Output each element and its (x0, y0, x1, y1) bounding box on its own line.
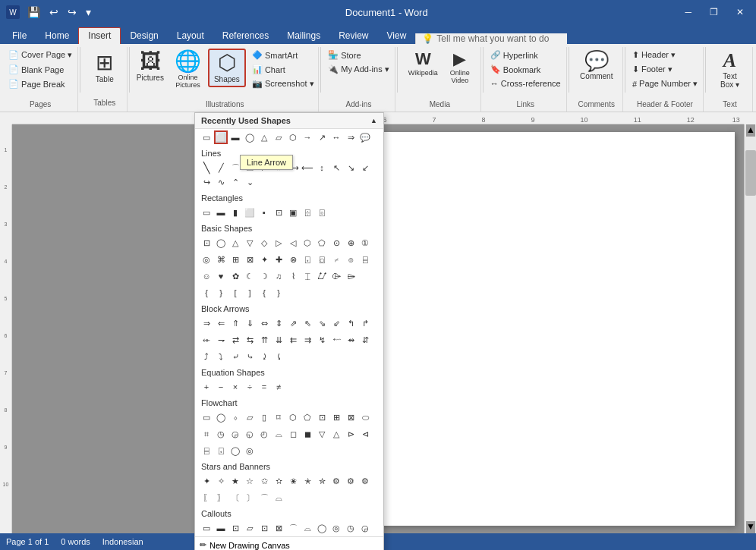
bs6[interactable]: ▷ (272, 236, 285, 250)
st15[interactable]: 〔 (228, 491, 242, 504)
rect3[interactable]: ▮ (228, 206, 242, 219)
comment-button[interactable]: 💬 Comment (576, 49, 616, 83)
ba22[interactable]: ⬳ (329, 333, 343, 347)
customize-quick-access[interactable]: ▾ (83, 5, 94, 20)
pictures-button[interactable]: 🖼 Pictures (133, 49, 168, 84)
tab-review[interactable]: Review (329, 28, 377, 44)
vertical-scrollbar[interactable]: ▲ ▼ (744, 124, 756, 533)
bs34[interactable]: ⌱ (329, 269, 343, 283)
fc27[interactable]: ◯ (228, 444, 242, 457)
fc3[interactable]: ⬨ (228, 410, 242, 424)
scroll-thumb[interactable] (745, 150, 756, 196)
bs33[interactable]: ⌰ (315, 269, 329, 283)
ba23[interactable]: ⇴ (344, 333, 358, 347)
bs31[interactable]: ⌇ (286, 269, 300, 283)
line14[interactable]: ∿ (214, 175, 228, 189)
bs4[interactable]: ▽ (243, 236, 257, 250)
bs8[interactable]: ⬡ (301, 236, 314, 250)
rect7[interactable]: ▣ (286, 206, 300, 219)
fc21[interactable]: ▽ (315, 427, 329, 441)
rect8[interactable]: ⌹ (301, 206, 314, 219)
co10[interactable]: ◎ (329, 521, 343, 535)
ba26[interactable]: ⤵ (214, 350, 228, 363)
ba2[interactable]: ⇐ (214, 316, 228, 330)
bs38[interactable]: [ (228, 286, 242, 300)
shape-tri[interactable]: △ (257, 130, 271, 144)
close-button[interactable]: ✕ (730, 5, 750, 19)
smartart-button[interactable]: 🔷 SmartArt (249, 49, 317, 61)
minimize-button[interactable]: ─ (679, 5, 698, 19)
ba24[interactable]: ⇵ (358, 333, 372, 347)
rect4[interactable]: ⬜ (243, 206, 257, 219)
eq1[interactable]: + (200, 380, 213, 394)
bs5[interactable]: ◇ (257, 236, 271, 250)
st7[interactable]: ✬ (286, 474, 300, 488)
st1[interactable]: ✦ (200, 474, 213, 488)
st5[interactable]: ✩ (257, 474, 271, 488)
shape-hex[interactable]: ⬡ (286, 130, 300, 144)
ba29[interactable]: ⤸ (257, 350, 271, 363)
shape-rect[interactable]: ▭ (200, 130, 213, 144)
footer-button[interactable]: ⬇ Footer ▾ (629, 63, 701, 76)
cross-reference-button[interactable]: ↔ Cross-reference (487, 77, 564, 90)
co3[interactable]: ⊡ (228, 521, 242, 535)
fc5[interactable]: ▯ (257, 410, 271, 424)
bs15[interactable]: ⊞ (228, 253, 242, 266)
shape-round-rect[interactable]: ▬ (228, 130, 242, 144)
tab-layout[interactable]: Layout (168, 28, 213, 44)
fc4[interactable]: ▱ (243, 410, 257, 424)
ba1[interactable]: ⇒ (200, 316, 213, 330)
co2[interactable]: ▬ (214, 521, 228, 535)
shape-callout[interactable]: 💬 (358, 130, 372, 144)
line12[interactable]: ↙ (358, 161, 372, 174)
save-button[interactable]: 💾 (24, 5, 43, 20)
co1[interactable]: ▭ (200, 521, 213, 535)
chart-button[interactable]: 📊 Chart (249, 63, 317, 76)
bs2[interactable]: ◯ (214, 236, 228, 250)
fc23[interactable]: ⊳ (344, 427, 358, 441)
text-box-button[interactable]: A Text Box ▾ (715, 49, 745, 91)
scroll-up-arrow[interactable]: ▲ (746, 124, 755, 137)
scroll-down-arrow[interactable]: ▼ (746, 521, 755, 533)
ba5[interactable]: ⇔ (257, 316, 271, 330)
shape-arrow-selected[interactable]: ⬜ (214, 130, 228, 144)
eq6[interactable]: ≠ (272, 380, 285, 394)
ba3[interactable]: ⇑ (228, 316, 242, 330)
table-button[interactable]: ⊞ Table (90, 50, 120, 86)
co12[interactable]: ◶ (358, 521, 372, 535)
scroll-up-shapes[interactable]: ▲ (370, 117, 377, 124)
ba7[interactable]: ⇗ (286, 316, 300, 330)
shape-block-arr[interactable]: ⇒ (344, 130, 358, 144)
st11[interactable]: ⚙ (344, 474, 358, 488)
rect6[interactable]: ⊡ (272, 206, 285, 219)
tab-references[interactable]: References (213, 28, 278, 44)
fc24[interactable]: ⊲ (358, 427, 372, 441)
fc6[interactable]: ⌑ (272, 410, 285, 424)
ba16[interactable]: ⇆ (243, 333, 257, 347)
fc17[interactable]: ◴ (257, 427, 271, 441)
restore-button[interactable]: ❐ (704, 5, 724, 19)
undo-button[interactable]: ↩ (46, 5, 61, 20)
bs18[interactable]: ✚ (272, 253, 285, 266)
eq4[interactable]: ÷ (243, 380, 257, 394)
line10[interactable]: ↖ (329, 161, 343, 174)
tell-me-bar[interactable]: 💡 Tell me what you want to do (415, 33, 567, 44)
fc22[interactable]: △ (329, 427, 343, 441)
fc7[interactable]: ⬡ (286, 410, 300, 424)
screenshot-button[interactable]: 📷 Screenshot ▾ (249, 77, 317, 90)
co11[interactable]: ◷ (344, 521, 358, 535)
bs1[interactable]: ⊡ (200, 236, 213, 250)
st13[interactable]: 〖 (200, 491, 213, 504)
bs22[interactable]: ⌿ (329, 253, 343, 266)
ba25[interactable]: ⤴ (200, 350, 213, 363)
st2[interactable]: ✧ (214, 474, 228, 488)
fc28[interactable]: ◎ (243, 444, 257, 457)
ba11[interactable]: ↰ (344, 316, 358, 330)
st8[interactable]: ✭ (301, 474, 314, 488)
bs41[interactable]: } (272, 286, 285, 300)
st9[interactable]: ✮ (315, 474, 329, 488)
bs9[interactable]: ⬠ (315, 236, 329, 250)
bs13[interactable]: ◎ (200, 253, 213, 266)
fc15[interactable]: ◶ (228, 427, 242, 441)
bs28[interactable]: ☾ (243, 269, 257, 283)
